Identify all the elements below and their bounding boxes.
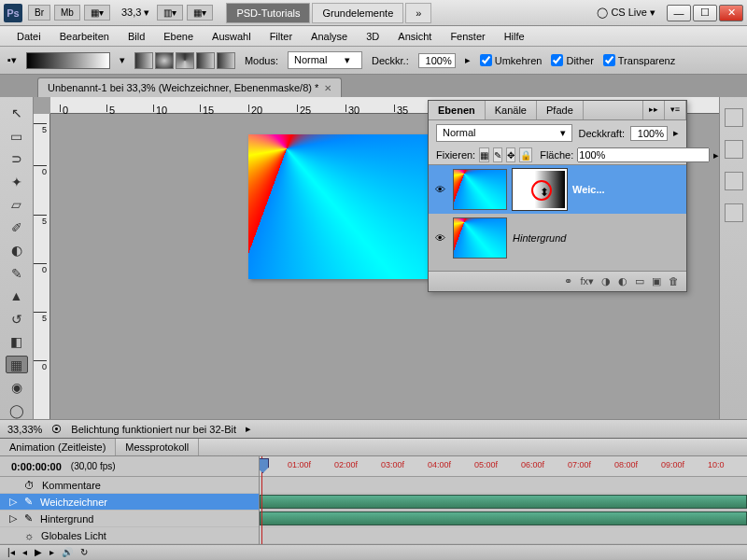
blend-mode-select[interactable]: Normal▾	[288, 51, 362, 69]
canvas-area[interactable]: 0 5 10 15 20 25 30 35 5 0 5 0 5 0 Ebenen…	[34, 97, 719, 419]
gradient-radial[interactable]	[155, 52, 174, 69]
gradient-preview[interactable]	[26, 52, 110, 69]
eyedropper-tool[interactable]: ✐	[6, 218, 28, 235]
fx-icon[interactable]: fx▾	[580, 275, 594, 287]
screen-mode-button[interactable]: ▦▾	[84, 5, 110, 21]
workspace-switcher[interactable]: PSD-Tutorials Grundelemente »	[226, 3, 433, 23]
brush-tool[interactable]: ✎	[6, 264, 28, 281]
mask-icon[interactable]: ◑	[601, 275, 611, 287]
delete-icon[interactable]: 🗑	[669, 275, 679, 287]
layer-name[interactable]: Weic...	[572, 184, 605, 195]
lock-move-icon[interactable]: ✥	[506, 147, 515, 162]
timeline-ruler[interactable]: 01:00f 02:00f 03:00f 04:00f 05:00f 06:00…	[260, 456, 747, 477]
menu-hilfe[interactable]: Hilfe	[495, 31, 534, 42]
audio-toggle[interactable]: 🔊	[62, 547, 73, 557]
gradient-diamond[interactable]	[217, 52, 235, 69]
panel-collapse[interactable]: ▸▸	[643, 101, 665, 119]
stamp-tool[interactable]: ▲	[6, 287, 28, 304]
menu-bearbeiten[interactable]: Bearbeiten	[50, 31, 119, 42]
menu-3d[interactable]: 3D	[357, 31, 388, 42]
adjustment-icon[interactable]: ◐	[618, 275, 627, 287]
workspace-more[interactable]: »	[405, 3, 431, 23]
close-button[interactable]: ✕	[719, 5, 743, 21]
panel-menu[interactable]: ▾≡	[665, 101, 686, 119]
tab-messprotokoll[interactable]: Messprotokoll	[116, 439, 199, 455]
marquee-tool[interactable]: ▭	[6, 127, 28, 144]
lock-transparent-icon[interactable]: ▦	[479, 147, 489, 162]
layer-thumbnail[interactable]	[453, 169, 507, 210]
tab-kanaele[interactable]: Kanäle	[486, 101, 537, 119]
play-button[interactable]: ▶	[35, 547, 42, 557]
gradient-dropdown[interactable]: ▾	[120, 54, 125, 66]
workspace-next[interactable]: Grundelemente	[312, 3, 403, 23]
gradient-linear[interactable]	[134, 52, 153, 69]
tab-ebenen[interactable]: Ebenen	[429, 101, 486, 119]
opacity-input[interactable]	[418, 53, 456, 68]
close-icon[interactable]: ✕	[324, 83, 331, 93]
prev-frame[interactable]: ◂	[22, 547, 27, 557]
menu-filter[interactable]: Filter	[261, 31, 302, 42]
dither-checkbox[interactable]: Dither	[551, 54, 593, 66]
fill-input[interactable]	[577, 147, 710, 162]
opacity-flyout[interactable]: ▸	[673, 127, 679, 139]
adjustments-panel-icon[interactable]	[725, 203, 743, 222]
heal-tool[interactable]: ◐	[6, 242, 28, 259]
cslive-button[interactable]: ◯ CS Live ▾	[597, 7, 655, 19]
next-frame[interactable]: ▸	[49, 547, 54, 557]
color-panel-icon[interactable]	[725, 108, 743, 127]
status-zoom[interactable]: 33,33%	[7, 424, 42, 435]
menu-datei[interactable]: Datei	[7, 31, 50, 42]
crop-tool[interactable]: ▱	[6, 196, 28, 213]
menu-auswahl[interactable]: Auswahl	[203, 31, 261, 42]
link-icon[interactable]: ⚭	[564, 275, 572, 287]
menu-analyse[interactable]: Analyse	[302, 31, 357, 42]
lock-all-icon[interactable]: 🔒	[519, 147, 532, 162]
loop-toggle[interactable]: ↻	[80, 547, 88, 557]
clip-hintergrund[interactable]	[260, 511, 747, 525]
track-comments[interactable]: ⏱Kommentare	[0, 477, 259, 494]
layer-name[interactable]: Hintergrund	[513, 232, 566, 244]
track-weichzeichner[interactable]: ▷✎Weichzeichner	[0, 494, 259, 511]
opacity-arrow[interactable]: ▸	[465, 54, 471, 66]
menu-fenster[interactable]: Fenster	[441, 31, 494, 42]
layer-row-hintergrund[interactable]: 👁 Hintergrund	[429, 214, 686, 262]
timeline-timecode[interactable]: 0:00:00:00	[11, 461, 62, 472]
lasso-tool[interactable]: ⊃	[6, 150, 28, 167]
menu-ansicht[interactable]: Ansicht	[388, 31, 441, 42]
gradient-angle[interactable]	[176, 52, 194, 69]
menu-ebene[interactable]: Ebene	[154, 31, 203, 42]
minimize-button[interactable]: —	[667, 5, 691, 21]
styles-panel-icon[interactable]	[725, 172, 743, 190]
layer-thumbnail[interactable]	[453, 217, 507, 259]
zoom-level[interactable]: 33,3 ▾	[121, 7, 149, 19]
gradient-tool[interactable]: ▦	[6, 356, 28, 373]
group-icon[interactable]: ▭	[635, 275, 644, 287]
tool-preset[interactable]: ▪▾	[7, 54, 17, 66]
visibility-icon[interactable]: 👁	[432, 184, 447, 195]
canvas-document[interactable]	[248, 134, 440, 279]
layer-opacity-input[interactable]	[630, 126, 668, 141]
bridge-button[interactable]: Br	[28, 5, 50, 21]
menu-bild[interactable]: Bild	[119, 31, 154, 42]
document-tab[interactable]: Unbenannt-1 bei 33,3% (Weichzeichner, Eb…	[37, 77, 342, 97]
status-dropdown[interactable]: ▸	[246, 423, 251, 435]
maximize-button[interactable]: ☐	[693, 5, 717, 21]
tab-animation[interactable]: Animation (Zeitleiste)	[0, 439, 116, 455]
clip-weichzeichner[interactable]	[260, 495, 747, 509]
track-hintergrund[interactable]: ▷✎Hintergrund	[0, 511, 259, 527]
blur-tool[interactable]: ◉	[6, 379, 28, 396]
tab-pfade[interactable]: Pfade	[537, 101, 584, 119]
history-brush-tool[interactable]: ↺	[6, 310, 28, 327]
layer-mask-thumbnail[interactable]: ⬍	[513, 169, 567, 210]
visibility-icon[interactable]: 👁	[432, 232, 447, 244]
playhead[interactable]	[261, 456, 262, 544]
transparency-checkbox[interactable]: Transparenz	[603, 54, 675, 66]
status-arrow[interactable]: ⦿	[51, 424, 62, 435]
fill-flyout[interactable]: ▸	[713, 149, 719, 161]
layer-row-weichzeichner[interactable]: 👁 ⬍ Weic...	[429, 165, 686, 214]
track-global-light[interactable]: ☼Globales Licht	[0, 527, 259, 544]
new-layer-icon[interactable]: ▣	[652, 275, 661, 287]
gradient-reflected[interactable]	[196, 52, 215, 69]
goto-start[interactable]: |◂	[7, 547, 15, 557]
timeline-tracks-area[interactable]: 01:00f 02:00f 03:00f 04:00f 05:00f 06:00…	[260, 456, 747, 544]
